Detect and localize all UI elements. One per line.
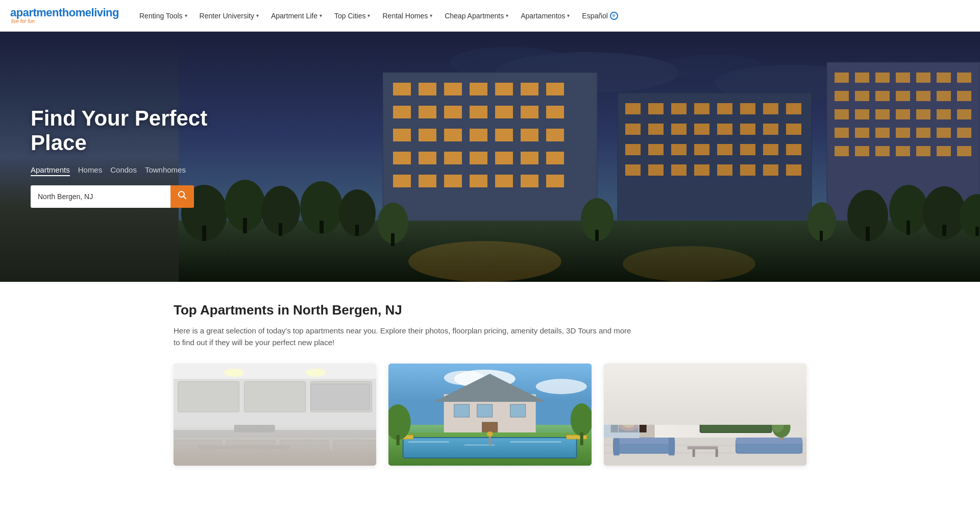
search-icon <box>178 190 187 202</box>
svg-rect-38 <box>470 175 487 187</box>
svg-rect-156 <box>199 445 290 449</box>
svg-rect-93 <box>896 109 910 119</box>
svg-rect-103 <box>957 128 971 138</box>
svg-rect-202 <box>736 438 802 444</box>
svg-rect-76 <box>835 73 849 83</box>
svg-rect-28 <box>393 152 411 164</box>
apartment-image-3 <box>604 364 806 466</box>
svg-rect-107 <box>896 146 910 156</box>
svg-rect-178 <box>580 432 583 445</box>
logo-tagline: live for fun <box>10 19 119 24</box>
svg-rect-108 <box>916 146 930 156</box>
apartment-image-1 <box>174 364 376 466</box>
chevron-down-icon: ▾ <box>506 13 508 18</box>
svg-rect-66 <box>786 144 801 155</box>
tab-condos[interactable]: Condos <box>110 165 137 176</box>
svg-rect-33 <box>521 152 538 164</box>
tab-apartments[interactable]: Apartments <box>31 165 70 176</box>
svg-rect-67 <box>625 164 641 176</box>
nav-rental-homes[interactable]: Rental Homes ▾ <box>377 9 437 23</box>
svg-rect-51 <box>625 124 641 135</box>
svg-point-155 <box>306 369 326 377</box>
svg-rect-89 <box>957 91 971 101</box>
svg-rect-20 <box>546 106 564 118</box>
svg-rect-32 <box>495 152 513 164</box>
svg-rect-157 <box>174 450 376 466</box>
svg-rect-70 <box>694 164 709 176</box>
svg-rect-129 <box>975 227 979 236</box>
nav-cheap-apartments[interactable]: Cheap Apartments ▾ <box>439 9 513 23</box>
apartment-card-3[interactable] <box>604 364 806 466</box>
chevron-down-icon: ▾ <box>320 13 322 18</box>
search-button[interactable] <box>170 185 194 208</box>
svg-rect-74 <box>786 164 801 176</box>
chevron-down-icon: ▾ <box>368 13 370 18</box>
search-input[interactable] <box>31 185 170 208</box>
apartment-card-2[interactable] <box>388 364 591 466</box>
svg-rect-37 <box>444 175 462 187</box>
nav-renter-university[interactable]: Renter University ▾ <box>194 9 264 23</box>
svg-rect-31 <box>470 152 487 164</box>
svg-rect-61 <box>671 144 687 155</box>
svg-rect-45 <box>671 103 687 114</box>
nav-apartamentos[interactable]: Apartamentos ▾ <box>516 9 575 23</box>
svg-rect-55 <box>717 124 732 135</box>
nav-renting-tools[interactable]: Renting Tools ▾ <box>134 9 192 23</box>
svg-rect-26 <box>521 129 538 141</box>
svg-rect-63 <box>717 144 732 155</box>
nav-apartment-life[interactable]: Apartment Life ▾ <box>266 9 327 23</box>
svg-rect-27 <box>546 129 564 141</box>
svg-rect-71 <box>717 164 732 176</box>
svg-rect-102 <box>937 128 951 138</box>
tab-townhomes[interactable]: Townhomes <box>145 165 186 176</box>
logo-text-living: living <box>91 6 119 19</box>
svg-rect-10 <box>470 83 487 95</box>
svg-rect-131 <box>391 233 395 246</box>
svg-rect-151 <box>280 440 329 463</box>
svg-rect-44 <box>648 103 664 114</box>
svg-rect-11 <box>495 83 513 95</box>
nav-espanol[interactable]: Español ⊕ <box>577 9 623 23</box>
svg-rect-36 <box>419 175 436 187</box>
svg-rect-149 <box>174 440 222 463</box>
svg-rect-24 <box>470 129 487 141</box>
nav-top-cities[interactable]: Top Cities ▾ <box>329 9 375 23</box>
chevron-down-icon: ▾ <box>256 13 259 18</box>
svg-rect-176 <box>397 435 400 445</box>
svg-point-212 <box>771 417 783 432</box>
svg-rect-68 <box>648 164 664 176</box>
svg-rect-65 <box>763 144 778 155</box>
svg-rect-87 <box>916 91 930 101</box>
logo[interactable]: apartmenthomeliving live for fun <box>10 7 119 24</box>
svg-rect-80 <box>916 73 930 83</box>
svg-point-136 <box>408 241 561 282</box>
svg-rect-100 <box>896 128 910 138</box>
svg-point-161 <box>536 379 587 394</box>
svg-rect-85 <box>875 91 890 101</box>
svg-rect-146 <box>311 384 370 409</box>
svg-point-186 <box>710 392 730 417</box>
svg-rect-165 <box>477 404 493 417</box>
chevron-down-icon: ▾ <box>567 13 570 18</box>
svg-rect-172 <box>510 441 561 443</box>
hero-buildings-svg <box>179 32 980 282</box>
main-content: Top Apartments in North Bergen, NJ Here … <box>163 282 817 486</box>
svg-rect-64 <box>740 144 755 155</box>
svg-rect-57 <box>763 124 778 135</box>
svg-rect-109 <box>937 146 951 156</box>
svg-rect-88 <box>937 91 951 101</box>
svg-point-182 <box>674 368 736 380</box>
apartment-card-1[interactable] <box>174 364 376 466</box>
main-nav: Renting Tools ▾ Renter University ▾ Apar… <box>134 9 623 23</box>
apartments-grid <box>174 364 806 466</box>
svg-rect-150 <box>227 440 275 463</box>
chevron-down-icon: ▾ <box>430 13 432 18</box>
tab-homes[interactable]: Homes <box>78 165 103 176</box>
svg-rect-40 <box>521 175 538 187</box>
svg-rect-166 <box>510 404 526 417</box>
svg-rect-92 <box>875 109 890 119</box>
svg-point-180 <box>487 431 493 437</box>
svg-rect-200 <box>668 438 674 455</box>
svg-rect-78 <box>875 73 890 83</box>
svg-rect-153 <box>234 425 275 432</box>
